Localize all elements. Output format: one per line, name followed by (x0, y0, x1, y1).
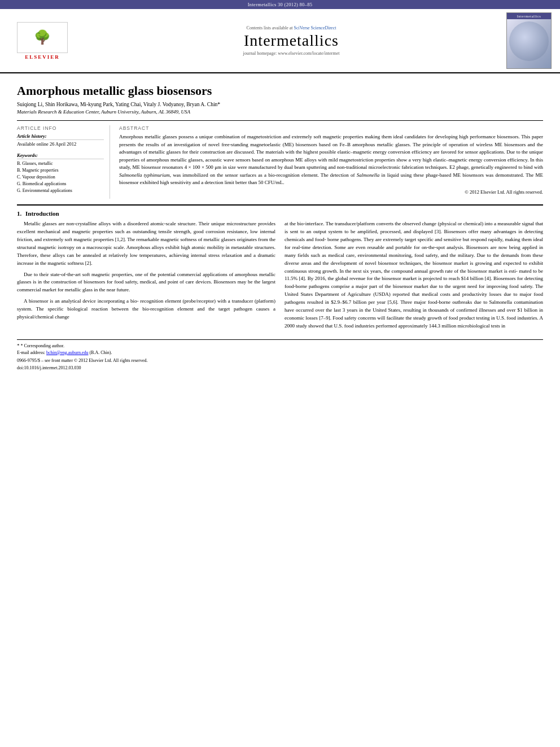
intro-para-2: Due to their state-of-the-art soft magne… (17, 271, 275, 295)
journal-header: 🌳 ELSEVIER Contents lists available at S… (0, 9, 560, 73)
abstract-text: Amorphous metallic glasses possess a uni… (119, 133, 543, 187)
article-available-online: Available online 26 April 2012 (17, 141, 104, 148)
article-authors: Suiqiong Li, Shin Horikawa, Mi-kyung Par… (17, 102, 543, 107)
email-suffix: (B.A. Chin). (89, 350, 112, 355)
sciverse-line: Contents lists available at SciVerse Sci… (247, 25, 336, 30)
keyword-magnetic: Magnetic properties (17, 167, 104, 174)
email-link[interactable]: bchin@eng.auburn.edu (46, 350, 88, 355)
intro-para-3: A biosensor is an analytical device inco… (17, 298, 275, 321)
journal-title-section: Contents lists available at SciVerse Sci… (84, 25, 499, 56)
keyword-biomedical: Biomedical applications (17, 181, 104, 187)
elsevier-logo: 🌳 (17, 22, 68, 53)
publisher-logo-section: 🌳 ELSEVIER (6, 22, 79, 60)
journal-cover-section: Intermetallics (504, 12, 554, 69)
keyword-vapour: Vapour deposition (17, 174, 104, 181)
salmonella3-italic: Salmonella (489, 299, 513, 305)
copyright-line: © 2012 Elsevier Ltd. All rights reserved… (119, 189, 543, 195)
salmonella2-italic: Salmonella (357, 172, 380, 178)
cover-title: Intermetallics (507, 13, 551, 19)
journal-title: Intermetallics (244, 32, 339, 50)
homepage-text: journal homepage: www.elsevier.com/locat… (243, 51, 340, 56)
star-symbol: * (17, 343, 20, 348)
salmonella-italic: Salmonella typhimurium (119, 172, 170, 178)
journal-homepage: journal homepage: www.elsevier.com/locat… (243, 51, 340, 56)
contents-text: Contents lists available at (247, 25, 294, 30)
article-info-abstract-section: ARTICLE INFO Article history: Available … (17, 120, 543, 199)
section-title: Introduction (25, 210, 59, 217)
intro-heading: 1. Introduction (17, 210, 543, 217)
keyword-glasses: Glasses, metallic (17, 160, 104, 167)
abstract-label: ABSTRACT (119, 125, 543, 131)
journal-citation: Intermetallics 30 (2012) 80 (248, 2, 305, 7)
intro-right-col: at the bio-interface. The transducer/pla… (285, 220, 543, 334)
article-title: Amorphous metallic glass biosensors (17, 84, 543, 98)
footer-issn: 0966-9795/$ – see front matter © 2012 El… (17, 358, 543, 363)
intro-left-col: Metallic glasses are non-crystalline all… (17, 220, 275, 334)
intro-para-4: at the bio-interface. The transducer/pla… (285, 220, 543, 330)
intro-body: Metallic glasses are non-crystalline all… (17, 220, 543, 334)
journal-cover: Intermetallics (506, 12, 552, 69)
article-info-label: ARTICLE INFO (17, 125, 104, 131)
abstract-col: ABSTRACT Amorphous metallic glasses poss… (119, 125, 543, 199)
keywords-title: Keywords: (17, 152, 104, 159)
keyword-environmental: Environmental applications (17, 187, 104, 194)
footer-section: * * Corresponding author. E-mail address… (17, 339, 543, 370)
elsevier-label: ELSEVIER (25, 54, 60, 60)
top-bar: Intermetallics 30 (2012) 80–85 (0, 0, 560, 9)
tree-icon: 🌳 (34, 29, 51, 45)
footer-corresponding: * * Corresponding author. (17, 342, 543, 350)
article-history-section: Article history: Available online 26 Apr… (17, 133, 104, 148)
section-number: 1. (17, 210, 21, 217)
doi-text: doi:10.1016/j.intermet.2012.03.030 (17, 365, 81, 370)
article-history-title: Article history: (17, 133, 104, 140)
corresponding-author-text: * Corresponding author. (21, 343, 65, 348)
article-affiliation: Materials Research & Education Center, A… (17, 109, 543, 115)
cover-image (509, 21, 549, 61)
article-info-col: ARTICLE INFO Article history: Available … (17, 125, 110, 199)
email-label: E-mail address: (17, 350, 45, 355)
introduction-section: 1. Introduction Metallic glasses are non… (17, 204, 543, 334)
issn-text: 0966-9795/$ – see front matter © 2012 El… (17, 358, 148, 363)
main-content: Amorphous metallic glass biosensors Suiq… (0, 73, 560, 376)
footer-email-line: E-mail address: bchin@eng.auburn.edu (B.… (17, 350, 543, 356)
keywords-section: Keywords: Glasses, metallic Magnetic pro… (17, 152, 104, 194)
intro-para-1: Metallic glasses are non-crystalline all… (17, 220, 275, 268)
footer-doi-line: doi:10.1016/j.intermet.2012.03.030 (17, 365, 543, 370)
sciverse-link[interactable]: SciVerse ScienceDirect (294, 25, 336, 30)
